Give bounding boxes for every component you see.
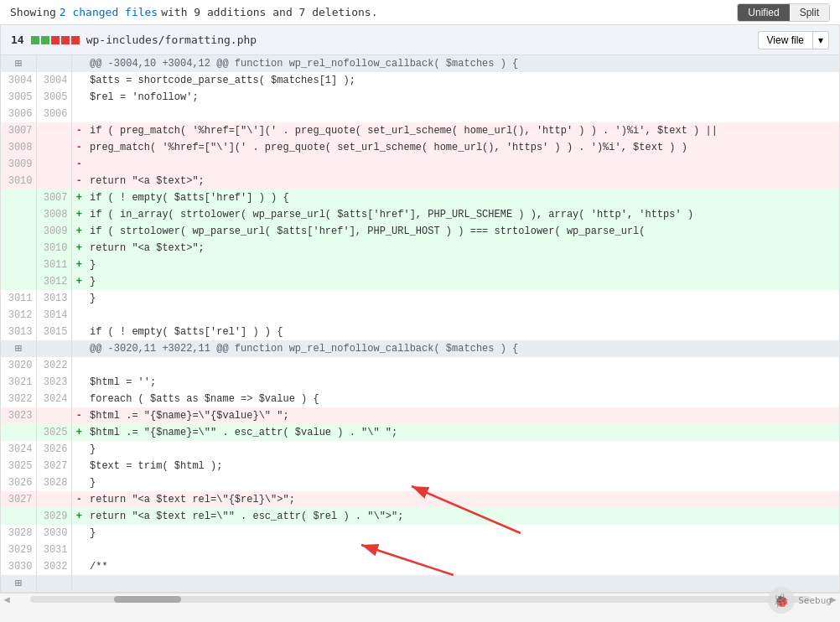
sign-col xyxy=(71,542,86,558)
old-line-num: 3005 xyxy=(1,89,36,106)
watermark-icon: 🐞 xyxy=(768,587,795,604)
hunk-new-num xyxy=(36,575,71,592)
line-code: if ( ! empty( $atts['rel'] ) ) { xyxy=(86,324,839,340)
hunk-code xyxy=(86,575,839,592)
new-line-num: 3014 xyxy=(36,307,71,324)
line-code xyxy=(86,542,839,558)
new-line-num: 3028 xyxy=(36,474,71,491)
line-code: preg_match( '%href=["\'](' . preg_quote(… xyxy=(86,139,839,156)
line-code: } xyxy=(86,290,839,307)
table-row: 3007 - if ( preg_match( '%href=["\'](' .… xyxy=(1,122,839,139)
scrollbar-row[interactable]: ◀ ▶ xyxy=(0,593,840,604)
old-line-num xyxy=(1,257,36,273)
scrollbar-track[interactable] xyxy=(30,596,810,603)
old-line-num: 3008 xyxy=(1,139,36,156)
view-toggle: Unified Split xyxy=(737,3,830,22)
file-header: 14 wp-includes/formatting.php View file … xyxy=(0,25,840,55)
line-code: $html = ''; xyxy=(86,374,839,391)
sign-col: - xyxy=(71,491,86,508)
table-row: ⊞ @@ -3020,11 +3022,11 @@ function wp_re… xyxy=(1,340,839,357)
table-row: 3010 - return "<a $text>"; xyxy=(1,173,839,189)
changed-label: changed files xyxy=(72,6,158,18)
split-button[interactable]: Split xyxy=(790,4,829,21)
old-line-num: 3006 xyxy=(1,106,36,122)
new-line-num xyxy=(36,156,71,173)
line-code: return "<a $text>"; xyxy=(86,173,839,189)
sign-col: + xyxy=(71,189,86,206)
table-row: 3029 + return "<a $text rel=\"" . esc_at… xyxy=(1,508,839,525)
old-line-num xyxy=(1,273,36,290)
old-line-num: 3023 xyxy=(1,407,36,424)
old-line-num: 3020 xyxy=(1,357,36,374)
hunk-sign xyxy=(71,55,86,72)
line-code: return "<a $text rel=\"" . esc_attr( $re… xyxy=(86,508,839,525)
new-line-num: 3009 xyxy=(36,223,71,240)
new-line-num: 3010 xyxy=(36,240,71,257)
sign-col: + xyxy=(71,223,86,240)
diff-square-red-1 xyxy=(51,36,60,44)
new-line-num xyxy=(36,139,71,156)
plus-sign: + xyxy=(76,259,82,271)
table-row: ⊞ xyxy=(1,575,839,592)
new-line-num: 3012 xyxy=(36,273,71,290)
new-line-num xyxy=(36,407,71,424)
new-line-num: 3029 xyxy=(36,508,71,525)
line-code xyxy=(86,357,839,374)
minus-sign: - xyxy=(76,142,82,153)
changed-files-link[interactable]: 2 changed files xyxy=(60,6,158,18)
line-code xyxy=(86,106,839,122)
table-row: 3028 3030 } xyxy=(1,525,839,542)
diff-table: ⊞ @@ -3004,10 +3004,12 @@ function wp_re… xyxy=(1,55,839,592)
bug-icon: 🐞 xyxy=(773,593,790,605)
old-line-num xyxy=(1,424,36,441)
old-line-num: 3004 xyxy=(1,72,36,89)
line-code: $rel = 'nofollow'; xyxy=(86,89,839,106)
hunk-sign xyxy=(71,575,86,592)
minus-sign: - xyxy=(76,125,82,137)
sign-col xyxy=(71,525,86,542)
new-line-num: 3007 xyxy=(36,189,71,206)
sign-col: + xyxy=(71,206,86,223)
view-toggle-group: Unified Split xyxy=(737,3,830,22)
old-line-num xyxy=(1,240,36,257)
view-file-dropdown-button[interactable]: ▾ xyxy=(812,31,829,49)
plus-sign: + xyxy=(76,209,82,220)
sign-col xyxy=(71,357,86,374)
new-line-num xyxy=(36,173,71,189)
watermark: 🐞 Seebug xyxy=(768,587,832,604)
old-line-num: 3012 xyxy=(1,307,36,324)
table-row: 3025 3027 $text = trim( $html ); xyxy=(1,458,839,474)
sign-col: + xyxy=(71,273,86,290)
diff-square-red-3 xyxy=(71,36,80,44)
old-line-num: 3027 xyxy=(1,491,36,508)
diff-square-red-2 xyxy=(61,36,70,44)
new-line-num: 3022 xyxy=(36,357,71,374)
old-line-num xyxy=(1,206,36,223)
sign-col xyxy=(71,106,86,122)
old-line-num: 3013 xyxy=(1,324,36,340)
new-line-num: 3031 xyxy=(36,542,71,558)
table-row: 3012 3014 xyxy=(1,307,839,324)
hunk-new-num xyxy=(36,55,71,72)
plus-sign: + xyxy=(76,225,82,237)
plus-sign: + xyxy=(76,511,82,522)
file-header-left: 14 wp-includes/formatting.php xyxy=(11,34,257,46)
new-line-num: 3004 xyxy=(36,72,71,89)
scroll-left-arrow[interactable]: ◀ xyxy=(0,593,13,605)
sign-col xyxy=(71,89,86,106)
changed-count: 2 xyxy=(60,6,66,18)
scrollbar-thumb[interactable] xyxy=(114,596,181,603)
view-file-button[interactable]: View file xyxy=(758,31,812,49)
sign-col xyxy=(71,72,86,89)
old-line-num xyxy=(1,223,36,240)
diff-indicators xyxy=(31,36,80,44)
line-code: if ( preg_match( '%href=["\'](' . preg_q… xyxy=(86,122,839,139)
sign-col xyxy=(71,290,86,307)
old-line-num: 3026 xyxy=(1,474,36,491)
old-line-num: 3025 xyxy=(1,458,36,474)
unified-button[interactable]: Unified xyxy=(738,4,789,21)
new-line-num: 3025 xyxy=(36,424,71,441)
sign-col xyxy=(71,441,86,458)
sign-col: - xyxy=(71,122,86,139)
old-line-num: 3029 xyxy=(1,542,36,558)
